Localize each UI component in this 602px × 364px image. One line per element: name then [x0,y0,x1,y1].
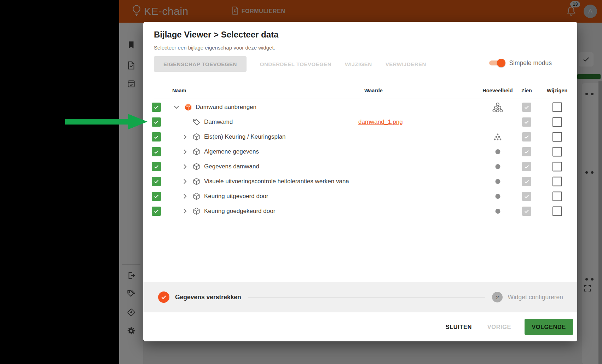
tree-table: Damwand aanbrengen Damwamd damwand_1.png… [143,100,577,219]
row-select-checkbox-checked[interactable] [152,117,161,127]
many-instances-dots-icon [480,133,515,140]
row-label: Keuring uitgevoerd door [204,193,268,200]
part-cube-icon [192,163,201,171]
row-select-checkbox-checked[interactable] [152,192,161,201]
simple-mode-toggle[interactable] [489,59,503,67]
row-select-checkbox-checked[interactable] [152,207,161,216]
close-button[interactable]: SLUITEN [442,324,475,330]
activity-cube-icon [184,103,193,112]
row-select-checkbox-checked[interactable] [152,103,161,112]
annotation-arrow [65,114,148,129]
chevron-right-icon[interactable] [181,133,189,141]
edit-button[interactable]: WIJZIGEN [345,61,372,67]
view-checkbox[interactable] [516,192,537,201]
chevron-icon[interactable] [181,118,189,126]
tree-row[interactable]: Visuele uitvoeringscontrole heitoleranti… [143,174,577,189]
tree-row[interactable]: Damwamd damwand_1.png [143,115,577,129]
single-instance-icon [480,149,515,155]
dialog-subtitle: Selecteer een bijlage eigenschap voor de… [154,45,275,51]
edit-checkbox[interactable] [544,147,570,157]
screenshot-root: { "chrome": { "brand": "KE-chain", "nav_… [0,0,602,364]
add-property-button[interactable]: EIGENSCHAP TOEVOEGEN [154,56,247,72]
chevron-right-icon[interactable] [181,207,189,215]
row-label: Keuring goedgekeurd door [204,208,275,215]
step2-label: Widget configureren [508,294,563,301]
chevron-right-icon[interactable] [181,177,189,186]
single-instance-icon [480,164,515,169]
tree-row[interactable]: Algemene gegevens [143,144,577,159]
add-part-button[interactable]: ONDERDEEL TOEVOEGEN [260,61,331,67]
chevron-right-icon[interactable] [181,192,189,201]
row-select-checkbox-checked[interactable] [152,132,161,141]
row-label: Visuele uitvoeringscontrole heitoleranti… [204,178,349,185]
view-checkbox[interactable] [516,147,537,156]
dialog-footer: SLUITEN VORIGE VOLGENDE [143,312,577,341]
row-label: Eis(en) Keuring / Keuringsplan [204,133,286,140]
step1-label: Gegevens verstrekken [175,294,241,301]
tree-row[interactable]: Gegevens damwand [143,159,577,174]
single-instance-icon [480,209,515,214]
row-label: Algemene gegevens [204,148,259,155]
part-cube-icon [192,133,201,141]
many-instances-icon [480,102,515,112]
edit-checkbox[interactable] [544,207,570,216]
row-select-checkbox-checked[interactable] [152,177,161,186]
tree-row[interactable]: Keuring uitgevoerd door [143,189,577,204]
column-header-zien: Zien [516,88,537,93]
row-select-checkbox-checked[interactable] [152,147,161,156]
view-checkbox[interactable] [516,117,537,127]
row-label: Damwand aanbrengen [196,104,256,111]
edit-checkbox[interactable] [544,192,570,201]
row-label: Gegevens damwand [204,163,259,170]
view-checkbox[interactable] [516,103,537,112]
part-cube-icon [192,148,201,156]
chevron-right-icon[interactable] [181,162,189,171]
chevron-down-icon[interactable] [172,103,181,111]
dialog-title: Bijlage Viewer > Selecteer data [154,30,278,40]
step2-circle: 2 [492,292,503,302]
attachment-tag-icon [192,118,201,126]
delete-button[interactable]: VERWIJDEREN [386,61,426,67]
previous-button[interactable]: VORIGE [484,324,515,330]
part-cube-icon [192,192,201,201]
chevron-right-icon[interactable] [181,148,189,156]
step2-number: 2 [496,294,499,300]
column-header-waarde: Waarde [364,88,383,93]
table-header-row: Naam Waarde Hoeveelheid Zien Wijzigen [143,88,577,97]
part-cube-icon [192,178,201,186]
step1-check-icon [158,291,169,303]
column-header-hoeveelheid: Hoeveelheid [480,88,515,93]
attachment-link[interactable]: damwand_1.png [358,119,403,126]
row-select-checkbox-checked[interactable] [152,162,161,171]
bijlage-viewer-dialog: Bijlage Viewer > Selecteer data Selectee… [143,22,577,341]
single-instance-icon [480,179,515,184]
view-checkbox[interactable] [516,177,537,186]
edit-checkbox[interactable] [544,162,570,172]
tree-row[interactable]: Eis(en) Keuring / Keuringsplan [143,129,577,144]
wizard-stepper: Gegevens verstrekken 2 Widget configurer… [143,282,577,312]
single-instance-icon [480,194,515,199]
tree-row[interactable]: Damwand aanbrengen [143,100,577,115]
edit-checkbox[interactable] [544,177,570,186]
view-checkbox[interactable] [516,132,537,141]
table-header-divider [154,98,567,98]
column-header-naam: Naam [172,88,186,93]
next-button[interactable]: VOLGENDE [525,319,573,335]
view-checkbox[interactable] [516,207,537,216]
part-cube-icon [192,207,201,215]
column-header-wijzigen: Wijzigen [544,88,570,93]
row-label: Damwamd [204,119,233,126]
tree-row[interactable]: Keuring goedgekeurd door [143,204,577,219]
view-checkbox[interactable] [516,162,537,171]
edit-checkbox[interactable] [544,117,570,127]
edit-checkbox[interactable] [544,103,570,112]
simple-mode-label: Simpele modus [509,59,552,67]
edit-checkbox[interactable] [544,132,570,142]
stepper-connector [248,297,485,297]
simple-mode-control: Simpele modus [489,59,552,67]
